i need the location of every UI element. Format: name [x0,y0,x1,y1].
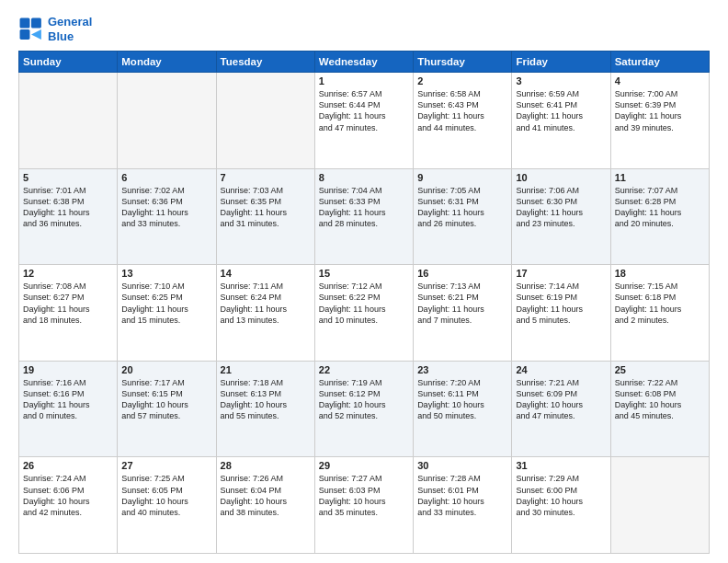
day-info: Sunrise: 7:06 AM Sunset: 6:30 PM Dayligh… [516,185,606,230]
calendar-cell: 5Sunrise: 7:01 AM Sunset: 6:38 PM Daylig… [19,168,118,265]
calendar-cell: 28Sunrise: 7:26 AM Sunset: 6:04 PM Dayli… [216,457,314,554]
day-info: Sunrise: 6:58 AM Sunset: 6:43 PM Dayligh… [417,88,507,133]
day-info: Sunrise: 7:24 AM Sunset: 6:06 PM Dayligh… [23,473,113,518]
day-number: 28 [221,460,311,471]
calendar-cell [19,73,118,169]
day-info: Sunrise: 7:26 AM Sunset: 6:04 PM Dayligh… [221,473,311,518]
logo: General Blue [18,15,92,43]
day-info: Sunrise: 7:27 AM Sunset: 6:03 PM Dayligh… [319,473,409,518]
header: General Blue [18,15,710,43]
weekday-header-sunday: Sunday [19,52,118,73]
day-number: 22 [319,364,409,375]
calendar-cell: 10Sunrise: 7:06 AM Sunset: 6:30 PM Dayli… [512,168,610,265]
calendar-cell: 24Sunrise: 7:21 AM Sunset: 6:09 PM Dayli… [512,361,610,457]
day-info: Sunrise: 7:21 AM Sunset: 6:09 PM Dayligh… [516,377,606,422]
day-info: Sunrise: 7:03 AM Sunset: 6:35 PM Dayligh… [221,185,311,230]
day-info: Sunrise: 7:18 AM Sunset: 6:13 PM Dayligh… [221,377,311,422]
calendar-cell: 11Sunrise: 7:07 AM Sunset: 6:28 PM Dayli… [610,168,709,265]
day-number: 9 [417,172,507,183]
day-number: 3 [516,75,606,86]
day-number: 2 [417,75,507,86]
day-info: Sunrise: 7:13 AM Sunset: 6:21 PM Dayligh… [417,281,507,326]
calendar-row-4: 19Sunrise: 7:16 AM Sunset: 6:16 PM Dayli… [19,361,710,457]
day-info: Sunrise: 7:29 AM Sunset: 6:00 PM Dayligh… [516,473,606,518]
day-info: Sunrise: 7:15 AM Sunset: 6:18 PM Dayligh… [615,281,705,326]
day-info: Sunrise: 7:14 AM Sunset: 6:19 PM Dayligh… [516,281,606,326]
day-number: 1 [319,75,409,86]
weekday-header-tuesday: Tuesday [216,52,314,73]
day-info: Sunrise: 7:10 AM Sunset: 6:25 PM Dayligh… [121,281,211,326]
calendar-cell: 29Sunrise: 7:27 AM Sunset: 6:03 PM Dayli… [314,457,413,554]
day-number: 15 [319,268,409,279]
calendar-row-5: 26Sunrise: 7:24 AM Sunset: 6:06 PM Dayli… [19,457,710,554]
svg-rect-0 [20,17,30,28]
day-info: Sunrise: 7:25 AM Sunset: 6:05 PM Dayligh… [121,473,211,518]
day-info: Sunrise: 7:20 AM Sunset: 6:11 PM Dayligh… [417,377,507,422]
svg-rect-1 [31,17,41,28]
day-info: Sunrise: 7:01 AM Sunset: 6:38 PM Dayligh… [23,185,113,230]
day-number: 18 [615,268,705,279]
calendar-cell: 12Sunrise: 7:08 AM Sunset: 6:27 PM Dayli… [19,265,118,362]
day-number: 23 [417,364,507,375]
calendar-cell [216,73,314,169]
logo-text: General Blue [48,15,92,43]
calendar-cell: 31Sunrise: 7:29 AM Sunset: 6:00 PM Dayli… [512,457,610,554]
calendar-cell: 23Sunrise: 7:20 AM Sunset: 6:11 PM Dayli… [414,361,512,457]
day-number: 14 [221,268,311,279]
day-number: 17 [516,268,606,279]
calendar-cell: 27Sunrise: 7:25 AM Sunset: 6:05 PM Dayli… [118,457,216,554]
calendar-table: SundayMondayTuesdayWednesdayThursdayFrid… [18,51,710,554]
calendar-row-1: 1Sunrise: 6:57 AM Sunset: 6:44 PM Daylig… [19,73,710,169]
calendar-cell: 20Sunrise: 7:17 AM Sunset: 6:15 PM Dayli… [118,361,216,457]
day-number: 30 [417,460,507,471]
day-number: 7 [221,172,311,183]
svg-rect-2 [20,29,30,40]
calendar-cell: 2Sunrise: 6:58 AM Sunset: 6:43 PM Daylig… [414,73,512,169]
calendar-cell: 18Sunrise: 7:15 AM Sunset: 6:18 PM Dayli… [610,265,709,362]
day-number: 20 [121,364,211,375]
calendar-cell: 6Sunrise: 7:02 AM Sunset: 6:36 PM Daylig… [118,168,216,265]
day-info: Sunrise: 7:19 AM Sunset: 6:12 PM Dayligh… [319,377,409,422]
page: General Blue SundayMondayTuesdayWednesda… [0,0,728,563]
day-info: Sunrise: 7:12 AM Sunset: 6:22 PM Dayligh… [319,281,409,326]
calendar-row-2: 5Sunrise: 7:01 AM Sunset: 6:38 PM Daylig… [19,168,710,265]
day-number: 13 [121,268,211,279]
day-info: Sunrise: 6:57 AM Sunset: 6:44 PM Dayligh… [319,88,409,133]
calendar-cell: 25Sunrise: 7:22 AM Sunset: 6:08 PM Dayli… [610,361,709,457]
day-info: Sunrise: 7:08 AM Sunset: 6:27 PM Dayligh… [23,281,113,326]
day-info: Sunrise: 7:07 AM Sunset: 6:28 PM Dayligh… [615,185,705,230]
weekday-header-monday: Monday [118,52,216,73]
day-number: 26 [23,460,113,471]
day-number: 24 [516,364,606,375]
day-info: Sunrise: 7:17 AM Sunset: 6:15 PM Dayligh… [121,377,211,422]
day-info: Sunrise: 7:02 AM Sunset: 6:36 PM Dayligh… [121,185,211,230]
calendar-cell: 7Sunrise: 7:03 AM Sunset: 6:35 PM Daylig… [216,168,314,265]
day-info: Sunrise: 7:11 AM Sunset: 6:24 PM Dayligh… [221,281,311,326]
day-number: 4 [615,75,705,86]
day-number: 11 [615,172,705,183]
calendar-cell: 26Sunrise: 7:24 AM Sunset: 6:06 PM Dayli… [19,457,118,554]
calendar-cell: 3Sunrise: 6:59 AM Sunset: 6:41 PM Daylig… [512,73,610,169]
calendar-cell: 30Sunrise: 7:28 AM Sunset: 6:01 PM Dayli… [414,457,512,554]
logo-icon [18,17,44,42]
weekday-header-row: SundayMondayTuesdayWednesdayThursdayFrid… [19,52,710,73]
calendar-cell: 22Sunrise: 7:19 AM Sunset: 6:12 PM Dayli… [314,361,413,457]
calendar-cell: 14Sunrise: 7:11 AM Sunset: 6:24 PM Dayli… [216,265,314,362]
calendar-cell: 1Sunrise: 6:57 AM Sunset: 6:44 PM Daylig… [314,73,413,169]
weekday-header-friday: Friday [512,52,610,73]
day-number: 21 [221,364,311,375]
day-info: Sunrise: 7:28 AM Sunset: 6:01 PM Dayligh… [417,473,507,518]
day-number: 12 [23,268,113,279]
calendar-cell [118,73,216,169]
day-info: Sunrise: 6:59 AM Sunset: 6:41 PM Dayligh… [516,88,606,133]
day-number: 8 [319,172,409,183]
svg-marker-3 [31,29,41,40]
day-info: Sunrise: 7:00 AM Sunset: 6:39 PM Dayligh… [615,88,705,133]
day-number: 31 [516,460,606,471]
calendar-cell: 21Sunrise: 7:18 AM Sunset: 6:13 PM Dayli… [216,361,314,457]
day-number: 5 [23,172,113,183]
weekday-header-thursday: Thursday [414,52,512,73]
calendar-cell: 19Sunrise: 7:16 AM Sunset: 6:16 PM Dayli… [19,361,118,457]
calendar-cell: 13Sunrise: 7:10 AM Sunset: 6:25 PM Dayli… [118,265,216,362]
calendar-cell: 17Sunrise: 7:14 AM Sunset: 6:19 PM Dayli… [512,265,610,362]
